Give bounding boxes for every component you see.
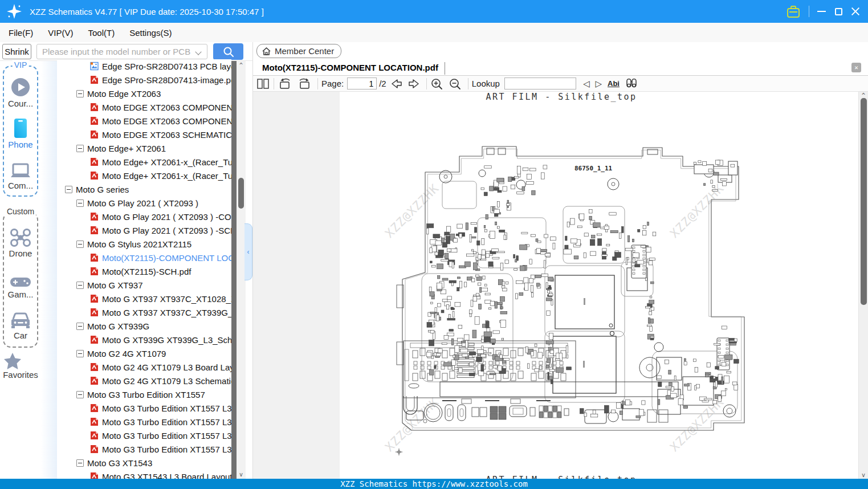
next-page-button[interactable] xyxy=(407,78,421,89)
tree-folder[interactable]: Moto G Stylus 2021XT2115 xyxy=(57,237,231,251)
search-input[interactable] xyxy=(36,44,207,59)
tree-file[interactable]: Moto G XT939G XT939G_L3_Schem xyxy=(57,333,231,347)
tree-folder[interactable]: Moto Edge+ XT2061 xyxy=(57,141,231,155)
sidebar-item-drone[interactable]: Drone xyxy=(4,226,37,258)
sidebar-item-com[interactable]: Com... xyxy=(4,158,37,190)
collapse-icon[interactable] xyxy=(76,145,84,152)
minimize-button[interactable] xyxy=(812,0,831,23)
document-tab[interactable]: Moto(XT2115)-COMPONENT LOCATION.pdf xyxy=(262,63,438,72)
collapse-icon[interactable] xyxy=(65,186,72,193)
previous-page-button[interactable] xyxy=(390,78,404,89)
maximize-button[interactable] xyxy=(829,0,848,23)
tree-file[interactable]: Moto EDGE XT2063 COMPONENT xyxy=(57,100,231,114)
pdf-file-icon xyxy=(90,116,99,125)
tree-file[interactable]: Moto G3 Turbo Edition XT1557 L3 xyxy=(57,401,231,415)
pdf-file-icon xyxy=(90,103,99,112)
tree-file[interactable]: Moto G2 4G XT1079 L3 Board Layo xyxy=(57,360,231,374)
tree-file[interactable]: Edge SPro-SR28D07413-image.pdf xyxy=(57,73,231,87)
rotate-left-button[interactable] xyxy=(278,78,292,90)
collapse-icon[interactable] xyxy=(76,199,84,207)
search-button[interactable] xyxy=(213,43,243,60)
tree-file[interactable]: Moto G XT937 XT937C_XT939G_XT xyxy=(57,305,231,319)
collapse-icon[interactable] xyxy=(76,90,84,97)
text-select-button[interactable]: Abi xyxy=(608,79,620,88)
sidebar-item-car[interactable]: Car xyxy=(4,308,37,340)
scroll-up-icon[interactable]: ^ xyxy=(237,62,246,68)
tree-folder[interactable]: Moto G3 XT1543 xyxy=(57,456,231,470)
menu-item-settingss[interactable]: Settings(S) xyxy=(129,28,172,38)
close-tab-icon[interactable]: ✕ xyxy=(851,63,861,72)
tree-file[interactable]: Moto G Play 2021 ( XT2093 ) -COM xyxy=(57,210,231,223)
two-page-view-button[interactable] xyxy=(256,78,270,89)
close-button[interactable] xyxy=(846,0,865,23)
menu-item-filef[interactable]: File(F) xyxy=(9,28,33,38)
pdf-scrollbar[interactable]: ^ v xyxy=(858,92,868,479)
menu-item-vipv[interactable]: VIP(V) xyxy=(48,28,73,38)
lookup-input[interactable] xyxy=(504,78,576,89)
zoom-out-button[interactable] xyxy=(449,78,462,90)
tree-scrollbar-thumb[interactable] xyxy=(238,178,244,209)
custom-group-label: Custom xyxy=(5,207,36,216)
tree-folder[interactable]: Moto G Play 2021 ( XT2093 ) xyxy=(57,196,231,210)
tree-folder[interactable]: Moto G XT939G xyxy=(57,319,231,333)
find-previous-button[interactable]: ◁ xyxy=(583,79,590,89)
tree-folder[interactable]: Moto G XT937 xyxy=(57,278,231,292)
tree-file[interactable]: Moto G3 Turbo Edition XT1557 L3 xyxy=(57,429,231,442)
collapse-icon[interactable] xyxy=(76,241,84,248)
phone-icon xyxy=(4,117,37,138)
tree-file[interactable]: Moto G XT937 XT937C_XT1028_XT1 xyxy=(57,292,231,305)
model-tree: Edge SPro-SR28D07413 PCB layer.jEdge SPr… xyxy=(57,59,231,479)
collapse-icon[interactable] xyxy=(76,282,84,289)
tree-item-label: Moto G2 4G XT1079 xyxy=(87,349,166,358)
tree-scrollbar-inner[interactable] xyxy=(231,61,237,479)
tree-file[interactable]: Moto(XT2115)-COMPONENT LOCA xyxy=(57,251,231,264)
schematic-svg: XZZ@XZZHKXZZ@XZZHKXZZ@XZZHKXZZ@XZZHKART … xyxy=(340,92,858,479)
tree-file[interactable]: Moto Edge+ XT2061-x_(Racer_Turb xyxy=(57,155,231,169)
shrink-button[interactable]: Shrink xyxy=(2,44,31,59)
zoom-in-button[interactable] xyxy=(430,78,444,90)
tree-file[interactable]: Moto EDGE XT2063 SCHEMATICS_ xyxy=(57,128,231,141)
rotate-right-button[interactable] xyxy=(297,78,312,90)
tree-folder[interactable]: Moto G series xyxy=(57,182,231,196)
sidebar-item-phone[interactable]: Phone xyxy=(4,117,37,149)
collapse-icon[interactable] xyxy=(76,459,84,467)
tree-folder[interactable]: Moto Edge XT2063 xyxy=(57,87,231,100)
sidebar-item-gam[interactable]: Gam... xyxy=(4,267,37,299)
svg-text:XZZ@XZZHK: XZZ@XZZHK xyxy=(382,395,442,454)
pdf-file-icon xyxy=(90,267,99,276)
pdf-file-icon xyxy=(90,472,99,479)
find-next-button[interactable]: ▷ xyxy=(595,79,602,89)
pdf-file-icon xyxy=(90,212,99,221)
window-controls-divider xyxy=(809,6,809,17)
tree-file[interactable]: Moto(XT2115)-SCH.pdf xyxy=(57,264,231,278)
tree-file[interactable]: Edge SPro-SR28D07413 PCB layer.j xyxy=(57,59,231,73)
sidebar-item-cour[interactable]: Cour... xyxy=(4,76,37,108)
pdf-file-icon xyxy=(90,431,99,440)
collapse-icon[interactable] xyxy=(76,350,84,357)
tree-file[interactable]: Moto EDGE XT2063 COMPONENT xyxy=(57,114,231,128)
collapse-panel-handle[interactable]: ‹ xyxy=(244,223,252,280)
tree-file[interactable]: Moto G3 Turbo Edition XT1557 L3 xyxy=(57,415,231,429)
page-number-input[interactable] xyxy=(347,78,377,89)
tree-file[interactable]: Moto Edge+ XT2061-x_(Racer_Turb xyxy=(57,169,231,182)
member-center-label: Member Center xyxy=(275,46,334,56)
collapse-icon[interactable] xyxy=(76,323,84,330)
pdf-page: XZZ@XZZHKXZZ@XZZHKXZZ@XZZHKXZZ@XZZHKART … xyxy=(340,92,858,479)
pdf-scrollbar-thumb[interactable] xyxy=(861,98,867,305)
collapse-icon[interactable] xyxy=(76,391,84,398)
tree-file[interactable]: Moto G3 Turbo Edition XT1557 L3 xyxy=(57,442,231,456)
scroll-down-icon[interactable]: v xyxy=(859,472,868,478)
sidebar-item-favorites[interactable]: Favorites xyxy=(3,352,38,380)
binoculars-icon[interactable] xyxy=(624,79,639,89)
briefcase-icon[interactable] xyxy=(785,5,801,19)
tree-file[interactable]: Moto G3 XT1543 L3 Board Layout ( xyxy=(57,470,231,479)
member-center-button[interactable]: Member Center xyxy=(256,44,341,58)
tree-folder[interactable]: Moto G2 4G XT1079 xyxy=(57,347,231,360)
scroll-down-icon[interactable]: v xyxy=(237,471,246,478)
pdf-content-area: XZZ@XZZHKXZZ@XZZHKXZZ@XZZHKXZZ@XZZHKART … xyxy=(253,92,868,479)
menu-item-toolt[interactable]: Tool(T) xyxy=(88,28,115,38)
tree-folder[interactable]: Moto G3 Turbo Edition XT1557 xyxy=(57,388,231,401)
tree-file[interactable]: Moto G2 4G XT1079 L3 Schematics xyxy=(57,374,231,388)
status-text: XZZ Schematics https://www.xzztools.com xyxy=(340,479,528,488)
tree-file[interactable]: Moto G Play 2021 ( XT2093 ) -SCH. xyxy=(57,223,231,237)
